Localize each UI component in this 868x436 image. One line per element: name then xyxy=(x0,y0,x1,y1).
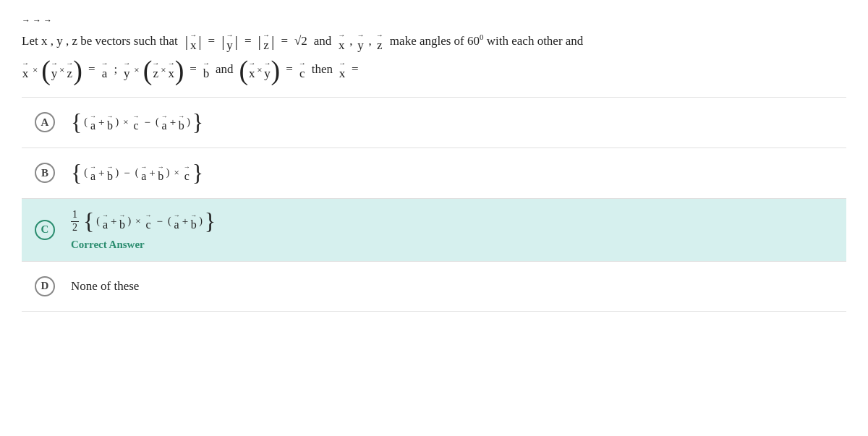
question-line1: → → → xyxy=(22,13,846,27)
let-text: Let x , y , z be vectors such that xyxy=(22,31,178,52)
cross4: × xyxy=(161,62,166,78)
question-main-line: Let x , y , z be vectors such that | → x… xyxy=(22,30,846,52)
eq3: = xyxy=(281,31,288,52)
sqrt2: √2 xyxy=(294,31,307,52)
option-label-c: C xyxy=(35,220,55,240)
vec-a-opt-a: → a xyxy=(90,114,96,132)
vec-x2: → x xyxy=(338,32,345,51)
option-b-formula: { ( → a + → b ) − ( → a xyxy=(71,161,203,184)
vec-b-opt-a: → b xyxy=(107,114,114,132)
correct-answer-label: Correct Answer xyxy=(71,239,216,251)
bracket-right-1: ) xyxy=(73,56,82,84)
option-content-d: None of these xyxy=(71,279,139,294)
option-content-c: 1 2 { ( → a + → b ) × xyxy=(71,209,216,251)
make-angles-text: make angles of 600 with each other and xyxy=(390,30,584,52)
close-paren-c1: ) xyxy=(128,215,132,227)
minus-c1: − xyxy=(157,215,163,228)
close-paren-a2: ) xyxy=(187,116,190,128)
vec-x-m3: → x xyxy=(248,60,255,80)
vec-z-m2: → z xyxy=(152,60,159,80)
page: → → → Let x , y , z be vectors such that… xyxy=(0,0,868,325)
and-text: and xyxy=(314,31,332,52)
plus-b2: + xyxy=(149,167,155,179)
vec-c-opt-c: → c xyxy=(145,213,152,231)
abs-y: | → y | xyxy=(221,32,238,51)
vec-y-line2: → y xyxy=(123,60,130,80)
vec-a-opt-a2: → a xyxy=(161,114,168,132)
matrix-yxz: ( → y × → z ) xyxy=(41,56,82,84)
matrix-zxx: ( → z × → x ) xyxy=(143,56,184,84)
cross1: × xyxy=(33,62,38,78)
plus-c2: + xyxy=(182,215,188,228)
curly-open-b: { xyxy=(71,161,82,184)
semicolon: ; xyxy=(114,59,118,80)
matrix-xxy: ( → x × → y ) xyxy=(239,56,280,84)
close-paren-b1: ) xyxy=(116,167,119,179)
curly-close-c: } xyxy=(205,210,216,233)
vec-a-opt-c2: → a xyxy=(174,213,180,231)
vec-a-opt-b: → a xyxy=(90,164,96,182)
options-list: A { ( → a + → b ) × xyxy=(22,97,846,312)
cross-opt-b: × xyxy=(174,167,179,179)
vec-c-opt-a: → c xyxy=(133,114,140,132)
vec-c: → c xyxy=(299,60,306,80)
minus-b1: − xyxy=(124,167,129,179)
vec-b: → b xyxy=(203,60,210,80)
eq-c: = xyxy=(286,59,293,80)
vec-y-m1: → y xyxy=(51,60,58,80)
plus-c1: + xyxy=(111,215,116,228)
comma1: , xyxy=(349,31,352,52)
vec-x-line2: → x xyxy=(22,60,29,80)
close-paren-a1: ) xyxy=(116,116,119,128)
eq-result: = xyxy=(352,59,359,80)
option-row-a[interactable]: A { ( → a + → b ) × xyxy=(22,97,846,148)
vec-a: → a xyxy=(101,60,109,80)
vec-y2: → y xyxy=(357,32,365,51)
curly-close-b: } xyxy=(192,161,203,184)
option-row-d[interactable]: D None of these xyxy=(22,261,846,312)
vec-b-opt-c: → b xyxy=(119,213,126,231)
option-label-a: A xyxy=(35,112,55,132)
plus-b1: + xyxy=(98,167,104,179)
option-content-a: { ( → a + → b ) × → c xyxy=(71,111,203,134)
option-label-b: B xyxy=(35,163,55,183)
plus-a1: + xyxy=(98,116,104,129)
close-paren-b2: ) xyxy=(166,167,170,179)
open-paren-c2: ( xyxy=(168,215,171,227)
eq1: = xyxy=(208,31,216,52)
cross-opt-a: × xyxy=(123,116,128,128)
vec-z-m1: → z xyxy=(66,60,73,80)
option-row-c[interactable]: C 1 2 { ( → a + → xyxy=(22,198,846,261)
cross5: × xyxy=(257,62,262,78)
vec-b-opt-c2: → b xyxy=(190,213,197,231)
vec-b-opt-a2: → b xyxy=(178,114,184,132)
vec-b-opt-b2: → b xyxy=(158,164,164,182)
and2-text: and xyxy=(216,59,234,80)
curly-open-a: { xyxy=(71,111,82,134)
vec-a-opt-c: → a xyxy=(102,213,109,231)
open-paren-b2: ( xyxy=(135,167,139,179)
option-label-d: D xyxy=(35,276,55,296)
none-of-these-text: None of these xyxy=(71,279,139,294)
bracket-right-3: ) xyxy=(271,56,280,84)
minus-a1: − xyxy=(145,116,150,129)
abs-x: | → x | xyxy=(185,32,202,51)
open-paren-b1: ( xyxy=(84,167,88,179)
cross3: × xyxy=(134,62,139,78)
option-content-b: { ( → a + → b ) − ( → a xyxy=(71,161,203,184)
option-row-b[interactable]: B { ( → a + → b ) − ( xyxy=(22,148,846,198)
vec-z2: → z xyxy=(376,32,383,51)
open-paren-a1: ( xyxy=(84,116,88,128)
triple-arrow-row-top: → → → xyxy=(22,13,52,27)
denom: 2 xyxy=(71,222,79,234)
question-block: → → → Let x , y , z be vectors such that… xyxy=(22,13,846,84)
option-c-formula: 1 2 { ( → a + → b ) × xyxy=(71,209,216,234)
curly-close-a: } xyxy=(192,111,203,134)
bracket-right-2: ) xyxy=(175,56,184,84)
bracket-left-1: ( xyxy=(41,56,51,84)
eq-b: = xyxy=(190,59,197,80)
vec-y-m3: → y xyxy=(263,60,271,80)
bracket-left-2: ( xyxy=(143,56,153,84)
question-line2: → x × ( → y × → z ) = → a xyxy=(22,56,846,84)
eq2: = xyxy=(244,31,252,52)
